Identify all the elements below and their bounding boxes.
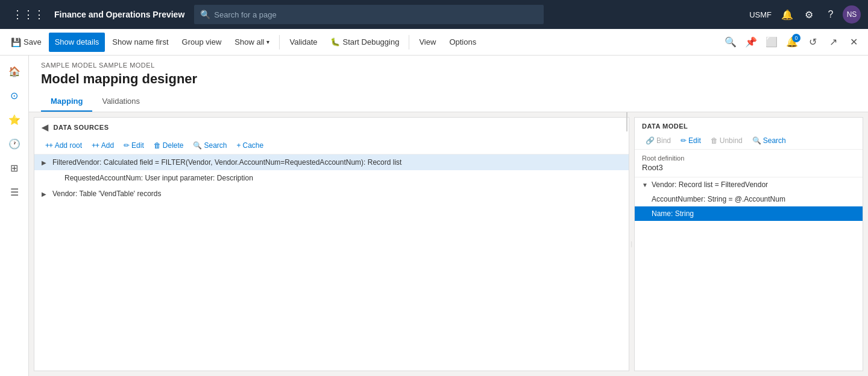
expand-icon[interactable]: ▶ <box>42 159 49 166</box>
data-sources-toolbar: + + Add root + + Add ✏ Edit 🗑 Delete <box>34 137 629 155</box>
delete-icon: 🗑 <box>154 141 161 150</box>
help-button[interactable]: ? <box>821 5 840 24</box>
add-button[interactable]: + + Add <box>88 139 118 151</box>
bind-button[interactable]: 🔗 Bind <box>642 135 675 147</box>
app-grid-icon[interactable]: ⋮⋮⋮ <box>7 5 49 24</box>
data-model-panel: DATA MODEL 🔗 Bind ✏ Edit 🗑 Unbind <box>634 117 863 371</box>
root-definition: Root definition Root3 <box>635 150 863 177</box>
separator-1 <box>279 35 280 49</box>
bind-icon: 🔗 <box>646 136 655 145</box>
add-root-button[interactable]: + + Add root <box>42 139 86 151</box>
panel-collapse-icon[interactable]: ◀ <box>42 123 49 132</box>
breadcrumb: SAMPLE MODEL SAMPLE MODEL <box>41 62 856 69</box>
sidebar-item-list[interactable]: ☰ <box>4 181 25 203</box>
user-avatar[interactable]: NS <box>843 5 861 24</box>
ds-item-requestedaccountnum-text: RequestedAccountNum: User input paramete… <box>64 174 621 182</box>
save-icon: 💾 <box>11 37 21 47</box>
top-nav-right: USMF 🔔 ⚙ ? NS <box>746 5 861 24</box>
search-icon: 🔍 <box>193 141 202 150</box>
ds-item-filteredvendor-text: FilteredVendor: Calculated field = FILTE… <box>52 158 621 167</box>
ds-item-requestedaccountnum[interactable]: RequestedAccountNum: User input paramete… <box>34 170 629 186</box>
edit-icon: ✏ <box>681 136 687 145</box>
search-cmd-button[interactable]: 🔍 <box>721 33 740 52</box>
options-button[interactable]: Options <box>443 33 482 52</box>
pin-button[interactable]: 📌 <box>741 33 761 52</box>
sidebar-item-modules[interactable]: ⊞ <box>4 157 25 179</box>
global-search-box[interactable]: 🔍 <box>194 5 544 24</box>
open-new-window-button[interactable]: ↗ <box>823 33 843 52</box>
show-name-first-button[interactable]: Show name first <box>106 33 174 52</box>
ds-item-vendor[interactable]: ▶ Vendor: Table 'VendTable' records <box>34 186 629 202</box>
sidebar: 🏠 ⊙ ⭐ 🕐 ⊞ ☰ <box>0 56 29 376</box>
environment-label: USMF <box>746 8 775 22</box>
app-title: Finance and Operations Preview <box>54 10 184 19</box>
root-definition-label: Root definition <box>642 155 855 162</box>
group-view-button[interactable]: Group view <box>176 33 228 52</box>
cache-icon: + <box>237 141 241 150</box>
data-model-panel-header: DATA MODEL <box>635 118 863 132</box>
dm-item-name[interactable]: Name: String <box>635 206 863 221</box>
data-sources-panel-header: ◀ DATA SOURCES <box>34 118 629 137</box>
unbind-button[interactable]: 🗑 Unbind <box>707 135 746 147</box>
ds-item-vendor-text: Vendor: Table 'VendTable' records <box>52 190 621 198</box>
dm-edit-button[interactable]: ✏ Edit <box>677 135 705 147</box>
data-sources-title: DATA SOURCES <box>54 124 109 131</box>
settings-button[interactable]: ⚙ <box>799 5 819 24</box>
tab-mapping[interactable]: Mapping <box>41 92 92 112</box>
sidebar-item-favorites[interactable]: ⭐ <box>4 109 25 130</box>
delete-button[interactable]: 🗑 Delete <box>150 139 187 151</box>
root-definition-value: Root3 <box>642 163 855 172</box>
tab-validations[interactable]: Validations <box>92 92 149 112</box>
dm-search-button[interactable]: 🔍 Search <box>749 135 790 147</box>
ds-item-filteredvendor[interactable]: ▶ FilteredVendor: Calculated field = FIL… <box>34 155 629 170</box>
fullscreen-button[interactable]: ⬜ <box>762 33 781 52</box>
data-sources-panel: ◀ DATA SOURCES + + Add root + + Add ✏ Ed… <box>34 117 629 371</box>
expand-icon[interactable]: ▼ <box>642 182 649 188</box>
data-sources-items: ▶ FilteredVendor: Calculated field = FIL… <box>34 155 629 371</box>
panels-resize-handle[interactable]: │ <box>629 112 634 376</box>
refresh-button[interactable]: ↺ <box>803 33 822 52</box>
sidebar-item-filter[interactable]: ⊙ <box>4 84 25 106</box>
debug-icon: 🐛 <box>330 37 340 46</box>
ds-search-button[interactable]: 🔍 Search <box>189 139 230 151</box>
sidebar-item-home[interactable]: 🏠 <box>4 60 25 82</box>
top-navigation: ⋮⋮⋮ Finance and Operations Preview 🔍 USM… <box>0 0 868 29</box>
search-icon: 🔍 <box>200 10 210 19</box>
cache-button[interactable]: + Cache <box>233 139 268 151</box>
close-button[interactable]: ✕ <box>844 33 863 52</box>
show-all-button[interactable]: Show all ▾ <box>228 33 275 52</box>
show-all-dropdown[interactable]: Show all ▾ <box>228 33 275 52</box>
dm-item-name-text: Name: String <box>652 209 694 218</box>
body-area: ◀ DATA SOURCES + + Add root + + Add ✏ Ed… <box>29 112 868 376</box>
save-button[interactable]: 💾 Save <box>5 33 48 52</box>
notification-count-badge: 0 <box>792 34 800 42</box>
app-layout: 🏠 ⊙ ⭐ 🕐 ⊞ ☰ SAMPLE MODEL SAMPLE MODEL Mo… <box>0 56 868 376</box>
dm-item-accountnumber[interactable]: AccountNumber: String = @.AccountNum <box>635 192 863 206</box>
page-tabs: Mapping Validations <box>41 92 856 112</box>
dm-item-vendor-text: Vendor: Record list = FilteredVendor <box>652 180 768 189</box>
edit-icon: ✏ <box>124 141 130 150</box>
unbind-icon: 🗑 <box>711 136 718 145</box>
page-title: Model mapping designer <box>41 71 856 87</box>
dm-item-vendor[interactable]: ▼ Vendor: Record list = FilteredVendor <box>635 177 863 192</box>
search-icon: 🔍 <box>752 136 761 145</box>
global-search-input[interactable] <box>214 10 538 19</box>
data-model-toolbar: 🔗 Bind ✏ Edit 🗑 Unbind 🔍 Search <box>635 132 863 150</box>
view-button[interactable]: View <box>413 33 442 52</box>
show-details-button[interactable]: Show details <box>49 33 105 52</box>
notification-badge-button[interactable]: 🔔0 <box>782 33 802 52</box>
edit-button[interactable]: ✏ Edit <box>120 139 148 151</box>
notification-bell-button[interactable]: 🔔 <box>778 5 797 24</box>
start-debugging-button[interactable]: 🐛 Start Debugging <box>324 33 405 52</box>
dm-item-accountnumber-text: AccountNumber: String = @.AccountNum <box>652 195 785 203</box>
data-model-items: ▼ Vendor: Record list = FilteredVendor A… <box>635 177 863 371</box>
main-content: SAMPLE MODEL SAMPLE MODEL Model mapping … <box>29 56 868 376</box>
chevron-down-icon: ▾ <box>266 39 269 45</box>
separator-2 <box>409 35 409 49</box>
page-header: SAMPLE MODEL SAMPLE MODEL Model mapping … <box>29 56 868 112</box>
command-bar: 💾 Save Show details Show name first Grou… <box>0 29 868 56</box>
expand-icon[interactable]: ▶ <box>42 191 49 197</box>
validate-button[interactable]: Validate <box>283 33 323 52</box>
sidebar-item-recent[interactable]: 🕐 <box>4 133 25 155</box>
panel-resize-handle[interactable] <box>625 118 629 371</box>
